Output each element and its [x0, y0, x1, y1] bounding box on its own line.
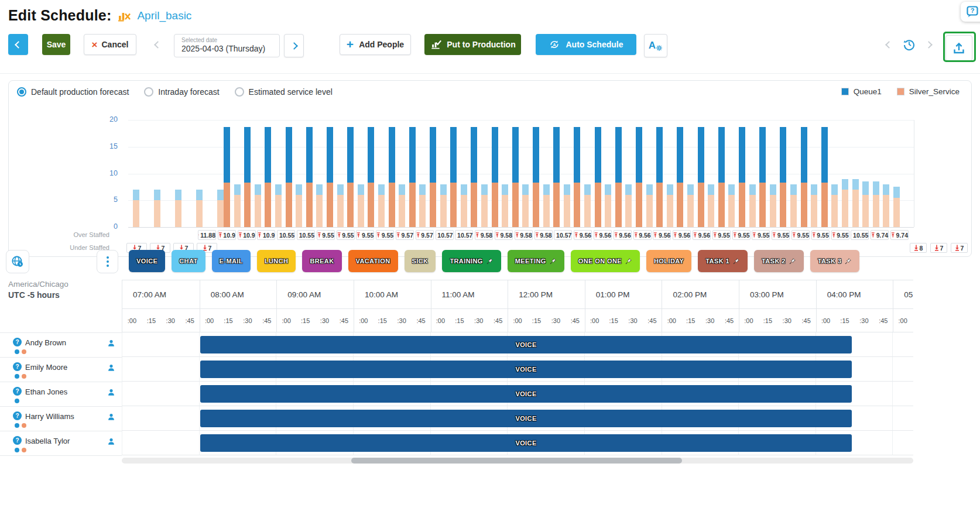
activity-label: TRAINING [450, 258, 482, 265]
next-date-button[interactable] [284, 34, 304, 57]
activity-sick[interactable]: SICK [405, 250, 436, 272]
over-staffed-arrow-icon [198, 232, 199, 238]
chart-bar-segment [646, 195, 653, 227]
chart-bar-segment [790, 195, 797, 227]
chart-bar-segment [196, 190, 203, 200]
help-widget[interactable]: ? [961, 2, 980, 22]
page-header: Edit Schedule: April_basic [8, 7, 191, 24]
chart-bar-segment [543, 184, 550, 195]
legend-item-queue1[interactable]: Queue1 [841, 87, 882, 96]
over-staffed-value: 9.56 [673, 230, 691, 240]
over-staffed-arrow-icon [238, 232, 242, 238]
chart-bar-segment [801, 127, 807, 183]
over-staffed-value: 10.9 [238, 230, 256, 240]
person-icon[interactable] [107, 388, 115, 399]
pin-icon [625, 258, 632, 265]
quarter-tick: :15 [219, 309, 238, 332]
shift-bar-voice[interactable]: VOICE [200, 434, 852, 452]
person-icon[interactable] [107, 363, 115, 375]
chart-bar-segment [133, 190, 139, 200]
over-staffed-arrow-icon [357, 232, 361, 238]
activity-one-on-one[interactable]: ONE ON ONE [571, 250, 640, 272]
activity-task-3[interactable]: TASK 3 [810, 250, 860, 272]
forecast-option-estimated-service-level[interactable]: Estimated service level [235, 87, 333, 97]
chart-bar-segment [316, 195, 323, 227]
quarter-tick: :30 [854, 309, 873, 332]
chart-bar-segment [852, 179, 859, 190]
chart-bar-segment [564, 195, 570, 227]
chart-bar-segment [718, 127, 725, 183]
shift-bar-voice[interactable]: VOICE [200, 410, 852, 427]
back-button[interactable] [8, 34, 28, 55]
over-staffed-value: 9.74 [871, 230, 889, 240]
quarter-tick: :00 [200, 309, 219, 332]
selected-date-box[interactable]: Selected date 2025-04-03 (Thursday) [174, 34, 280, 57]
chart-bar-segment [512, 183, 519, 227]
schedule-name-link[interactable]: April_basic [137, 9, 191, 22]
cancel-button[interactable]: ×Cancel [84, 34, 136, 55]
activity-settings-button[interactable]: A [644, 34, 667, 57]
schedule-menu-button[interactable] [97, 250, 118, 273]
person-icon[interactable] [107, 413, 115, 424]
horizontal-scrollbar[interactable] [122, 458, 913, 464]
over-staffed-value: 9.56 [633, 230, 652, 240]
chart-bar-segment [708, 184, 714, 195]
question-icon[interactable]: ? [13, 362, 22, 371]
activity-vacation[interactable]: VACATION [348, 250, 398, 272]
timezone-button[interactable] [6, 250, 29, 273]
shift-bar-voice[interactable]: VOICE [200, 336, 852, 353]
chart-bar-segment [306, 183, 313, 227]
question-icon[interactable]: ? [13, 387, 22, 396]
export-button[interactable] [945, 35, 972, 61]
forecast-panel: Default production forecast Intraday for… [8, 80, 972, 257]
chart-bar-segment [378, 195, 385, 227]
person-icon[interactable] [107, 339, 115, 350]
activity-meeting[interactable]: MEETING [508, 250, 564, 272]
over-staffed-value: 9.55 [791, 230, 810, 240]
shift-bar-voice[interactable]: VOICE [200, 385, 852, 403]
chart-bar-segment [154, 200, 160, 227]
put-to-production-button[interactable]: Put to Production [424, 34, 521, 55]
scrollbar-thumb[interactable] [351, 458, 682, 464]
chart-bar-segment [244, 183, 251, 227]
legend-label: Queue1 [854, 87, 882, 96]
previous-date-button[interactable] [148, 34, 167, 55]
chart-bar-segment [522, 184, 529, 195]
activity-break[interactable]: BREAK [302, 250, 341, 272]
activity-chat[interactable]: CHAT [172, 250, 205, 272]
forecast-option-intraday-forecast[interactable]: Intraday forecast [144, 87, 219, 97]
add-people-button[interactable]: +Add People [340, 34, 411, 55]
question-icon[interactable]: ? [13, 411, 22, 420]
history-next-button[interactable] [920, 34, 937, 55]
activity-task-2[interactable]: TASK 2 [754, 250, 804, 272]
quarter-tick: :15 [758, 309, 777, 332]
y-axis-tick: 10 [91, 169, 118, 177]
save-button[interactable]: Save [42, 34, 70, 55]
chart-bar-segment [450, 183, 457, 227]
chart-bar-segment [739, 183, 745, 227]
person-icon[interactable] [107, 437, 115, 448]
over-staffed-arrow-icon [535, 232, 539, 238]
quarter-tick: :00 [508, 309, 527, 332]
activity-lunch[interactable]: LUNCH [257, 250, 296, 272]
employee-name: Harry Williams [25, 412, 74, 421]
activity-e-mail[interactable]: E-MAIL [212, 250, 251, 272]
auto-schedule-button[interactable]: A Auto Schedule [536, 34, 636, 55]
history-previous-button[interactable] [880, 34, 897, 55]
history-button[interactable] [900, 34, 918, 55]
activity-task-1[interactable]: TASK 1 [698, 250, 748, 272]
chart-bar-segment [749, 184, 756, 195]
question-icon[interactable]: ? [13, 436, 22, 445]
question-icon[interactable]: ? [13, 338, 22, 346]
chart-bar-segment [492, 183, 498, 227]
forecast-option-default-production-forecast[interactable]: Default production forecast [17, 87, 129, 97]
selected-date-label: Selected date [181, 37, 272, 43]
chart-bar-segment [450, 127, 457, 183]
activity-training[interactable]: TRAINING [442, 250, 501, 272]
shift-bar-voice[interactable]: VOICE [200, 361, 852, 378]
quarter-tick: :00 [585, 309, 604, 332]
activity-voice[interactable]: VOICE [129, 250, 165, 272]
chart-bar-segment [574, 183, 580, 227]
activity-holiday[interactable]: HOLIDAY [646, 250, 691, 272]
legend-item-silver-service[interactable]: Silver_Service [897, 87, 960, 96]
